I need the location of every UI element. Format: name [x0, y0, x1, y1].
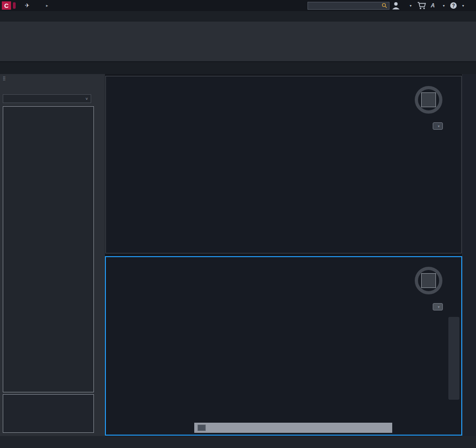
autodesk-icon[interactable]: A	[428, 1, 437, 10]
ribbon-tab-row	[0, 11, 476, 22]
search-icon[interactable]	[382, 3, 387, 8]
viewcube-top-face[interactable]	[421, 273, 436, 288]
app-logo-badge	[13, 2, 16, 9]
wcs-selector-top[interactable]: ▾	[433, 122, 443, 130]
title-bar: C ✈ ▸ ▾ A ▾ ? ▾	[0, 0, 476, 11]
combo-caret-icon: ˅	[86, 97, 88, 101]
navigation-bar	[448, 317, 459, 400]
right-tool-column	[462, 74, 476, 436]
toolspace-palette: ⣿ ˅	[0, 74, 105, 436]
wcs-caret-icon: ▾	[438, 305, 440, 309]
toolspace-grip-icon[interactable]: ⣿	[3, 76, 6, 80]
toolspace-preview-pane	[3, 394, 94, 433]
toolspace-titlebar[interactable]: ⣿	[0, 74, 105, 82]
file-tab-bar	[0, 62, 476, 74]
user-icon[interactable]	[391, 1, 401, 10]
viewcube-top[interactable]	[409, 80, 448, 120]
wcs-caret-icon: ▾	[438, 124, 440, 128]
search-input[interactable]	[310, 2, 382, 9]
search-box[interactable]	[308, 2, 389, 10]
mini-alignment-canvas[interactable]	[109, 301, 173, 314]
prospector-tree	[3, 106, 94, 392]
ribbon	[0, 22, 476, 62]
viewport-bottom-active[interactable]: ▾	[105, 256, 462, 436]
cart-icon[interactable]	[417, 1, 426, 10]
viewcube-bottom[interactable]	[409, 261, 448, 300]
status-bar	[0, 436, 476, 448]
share-icon[interactable]: ✈	[25, 2, 29, 9]
title-caret[interactable]: ▸	[46, 3, 48, 8]
signin-caret[interactable]: ▾	[406, 1, 415, 10]
toolspace-side-tabs	[94, 92, 104, 332]
viewcube-top-face[interactable]	[421, 92, 436, 107]
civil3d-window: C ✈ ▸ ▾ A ▾ ? ▾ ⣿ ˅	[0, 0, 476, 448]
app-logo-icon[interactable]: C	[2, 1, 11, 10]
autodesk-caret[interactable]: ▾	[439, 1, 448, 10]
active-drawing-view-select[interactable]: ˅	[3, 94, 91, 103]
drawing-area: ▾ ▾	[105, 74, 462, 436]
superelevation-canvas[interactable]	[106, 76, 461, 253]
toolspace-toolbar	[0, 82, 105, 93]
help-caret[interactable]: ▾	[459, 1, 468, 10]
viewport-top[interactable]: ▾	[105, 76, 462, 253]
command-line[interactable]	[194, 423, 392, 433]
help-icon[interactable]: ?	[450, 2, 457, 9]
command-prompt-icon[interactable]	[197, 425, 206, 431]
wcs-selector-bottom[interactable]: ▾	[433, 303, 443, 310]
